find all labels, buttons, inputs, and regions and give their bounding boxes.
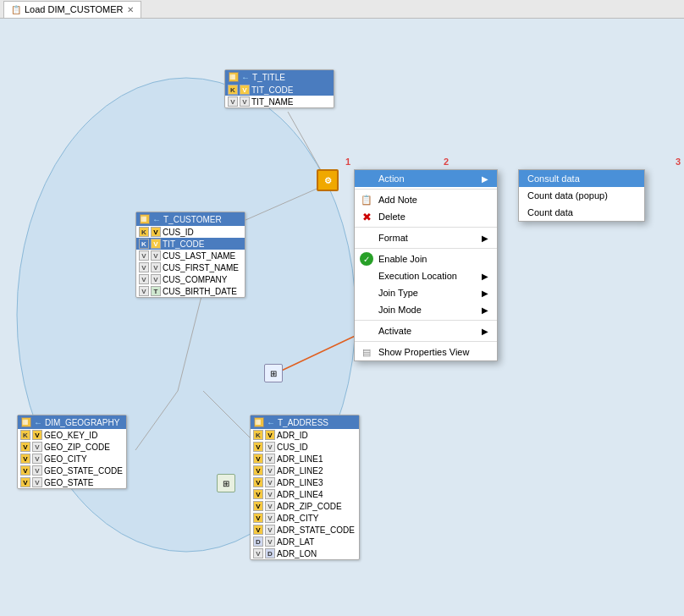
dim-geography-label: DIM_GEOGRAPHY xyxy=(45,418,119,427)
field-label: ADR_LAT xyxy=(277,537,314,547)
field-label: ADR_ZIP_CODE xyxy=(277,502,342,511)
sub-item-count-data[interactable]: Count data xyxy=(519,204,644,221)
main-tab[interactable]: 📋 Load DIM_CUSTOMER ✕ xyxy=(3,1,141,18)
arrow-right-icon: ▶ xyxy=(482,305,488,315)
field-label: CUS_ID xyxy=(163,228,194,237)
arrow-right-icon: ▶ xyxy=(482,289,488,298)
v-icon: V xyxy=(253,489,263,499)
action-submenu: Consult data Count data (popup) Count da… xyxy=(518,169,645,222)
field-geo-key[interactable]: K V GEO_KEY_ID xyxy=(18,429,126,441)
field-cus-id[interactable]: K V CUS_ID xyxy=(136,226,245,238)
close-icon[interactable]: ✕ xyxy=(127,5,134,14)
field-label: GEO_KEY_ID xyxy=(44,431,97,440)
table-dim-geography[interactable]: ▦ ← DIM_GEOGRAPHY K V GEO_KEY_ID V V GEO… xyxy=(17,415,127,489)
arrow-icon: ← xyxy=(241,73,250,82)
ctx-item-execution-location[interactable]: Execution Location ▶ xyxy=(355,267,497,284)
v-icon: V xyxy=(32,430,42,440)
ctx-item-join-mode[interactable]: Join Mode ▶ xyxy=(355,301,497,318)
arrow-icon: ← xyxy=(34,418,42,427)
v-icon: V xyxy=(20,477,30,487)
ctx-item-add-note[interactable]: 📋 Add Note xyxy=(355,191,497,208)
field-adr-lon[interactable]: V D ADR_LON xyxy=(251,547,359,559)
v-icon2: V xyxy=(265,536,275,547)
field-adr-cus[interactable]: V V CUS_ID xyxy=(251,441,359,453)
v-icon2: V xyxy=(240,96,250,107)
field-label: GEO_CITY xyxy=(44,454,87,464)
v-icon2: V xyxy=(151,274,161,284)
sub-item-count-data-popup[interactable]: Count data (popup) xyxy=(519,187,644,204)
key-icon: K xyxy=(228,85,238,95)
v-icon: V xyxy=(253,548,263,558)
ctx-item-delete[interactable]: ✖ Delete xyxy=(355,208,497,225)
field-label: GEO_STATE_CODE xyxy=(44,466,123,476)
ctx-join-mode-label: Join Mode xyxy=(378,305,422,315)
sub-item-consult-data[interactable]: Consult data xyxy=(519,170,644,187)
ctx-delete-label: Delete xyxy=(378,212,405,222)
field-label: TIT_CODE xyxy=(163,239,204,249)
ctx-item-action[interactable]: Action ▶ xyxy=(355,170,497,187)
sub-consult-label: Consult data xyxy=(527,173,580,184)
table-icon: ▦ xyxy=(254,417,264,427)
connector-node[interactable]: ⚙ xyxy=(317,169,340,193)
field-adr-city[interactable]: V V ADR_CITY xyxy=(251,512,359,524)
arrow-icon: ← xyxy=(267,418,275,427)
table-t-customer[interactable]: ▦ ← T_CUSTOMER K V CUS_ID K V TIT_CODE V… xyxy=(135,212,245,298)
field-adr-id[interactable]: K V ADR_ID xyxy=(251,429,359,441)
field-cus-first[interactable]: V V CUS_FIRST_NAME xyxy=(136,261,245,273)
field-geo-zip[interactable]: V V GEO_ZIP_CODE xyxy=(18,441,126,453)
field-label: ADR_ID xyxy=(277,431,308,440)
v-icon: V xyxy=(151,239,161,249)
v-icon: V xyxy=(20,442,30,452)
ctx-item-activate[interactable]: Activate ▶ xyxy=(355,322,497,339)
ctx-item-enable-join[interactable]: ✓ Enable Join xyxy=(355,250,497,267)
field-geo-state[interactable]: V V GEO_STATE xyxy=(18,476,126,488)
field-adr-line1[interactable]: V V ADR_LINE1 xyxy=(251,453,359,465)
field-tit-code[interactable]: K V TIT_CODE xyxy=(225,84,334,96)
v-icon: V xyxy=(253,513,263,523)
v-icon2: V xyxy=(265,477,275,487)
v-icon: V xyxy=(139,250,149,261)
v-icon2: V xyxy=(151,250,161,261)
sub-count-popup-label: Count data (popup) xyxy=(527,190,608,201)
field-label: ADR_LINE3 xyxy=(277,478,323,487)
connector-node-3[interactable]: ⊞ xyxy=(217,474,240,498)
field-tit-name[interactable]: V V TIT_NAME xyxy=(225,96,334,107)
table-t-address[interactable]: ▦ ← T_ADDRESS K V ADR_ID V V CUS_ID V V … xyxy=(250,415,360,560)
v-icon: V xyxy=(151,227,161,237)
field-label: CUS_BIRTH_DATE xyxy=(163,287,237,296)
field-label: GEO_ZIP_CODE xyxy=(44,443,110,452)
v-icon2: V xyxy=(265,501,275,511)
field-adr-lat[interactable]: D V ADR_LAT xyxy=(251,536,359,547)
v-icon: V xyxy=(253,465,263,476)
connector-node-2[interactable]: ⊞ xyxy=(264,364,288,388)
field-adr-line4[interactable]: V V ADR_LINE4 xyxy=(251,488,359,500)
v-icon2: V xyxy=(265,489,275,499)
field-adr-zip[interactable]: V V ADR_ZIP_CODE xyxy=(251,500,359,512)
field-adr-line2[interactable]: V V ADR_LINE2 xyxy=(251,465,359,476)
field-geo-city[interactable]: V V GEO_CITY xyxy=(18,453,126,465)
field-cus-company[interactable]: V V CUS_COMPANY xyxy=(136,273,245,285)
field-label: TIT_NAME xyxy=(251,97,293,107)
arrow-right-icon: ▶ xyxy=(482,327,488,336)
v-icon: V xyxy=(240,85,250,95)
v-icon2: V xyxy=(265,465,275,476)
field-label: ADR_LINE4 xyxy=(277,490,323,499)
v-icon: V xyxy=(139,286,149,296)
ctx-item-format[interactable]: Format ▶ xyxy=(355,229,497,246)
field-tit-code-cus[interactable]: K V TIT_CODE xyxy=(136,238,245,250)
field-cus-last[interactable]: V V CUS_LAST_NAME xyxy=(136,250,245,261)
properties-icon: ▤ xyxy=(360,345,373,359)
ctx-separator-2 xyxy=(355,227,497,228)
field-label: CUS_ID xyxy=(277,443,308,452)
arrow-right-icon: ▶ xyxy=(482,272,488,281)
ctx-item-join-type[interactable]: Join Type ▶ xyxy=(355,284,497,301)
field-geo-state-code[interactable]: V V GEO_STATE_CODE xyxy=(18,465,126,476)
field-adr-line3[interactable]: V V ADR_LINE3 xyxy=(251,476,359,488)
sub-count-label: Count data xyxy=(527,207,573,217)
field-cus-birth[interactable]: V T CUS_BIRTH_DATE xyxy=(136,285,245,297)
field-adr-state-code[interactable]: V V ADR_STATE_CODE xyxy=(251,524,359,536)
field-label: CUS_LAST_NAME xyxy=(163,251,235,261)
table-t-title[interactable]: ▦ ← T_TITLE K V TIT_CODE V V TIT_NAME xyxy=(224,69,334,108)
v-icon: V xyxy=(228,96,238,107)
ctx-item-show-properties[interactable]: ▤ Show Properties View xyxy=(355,344,497,360)
